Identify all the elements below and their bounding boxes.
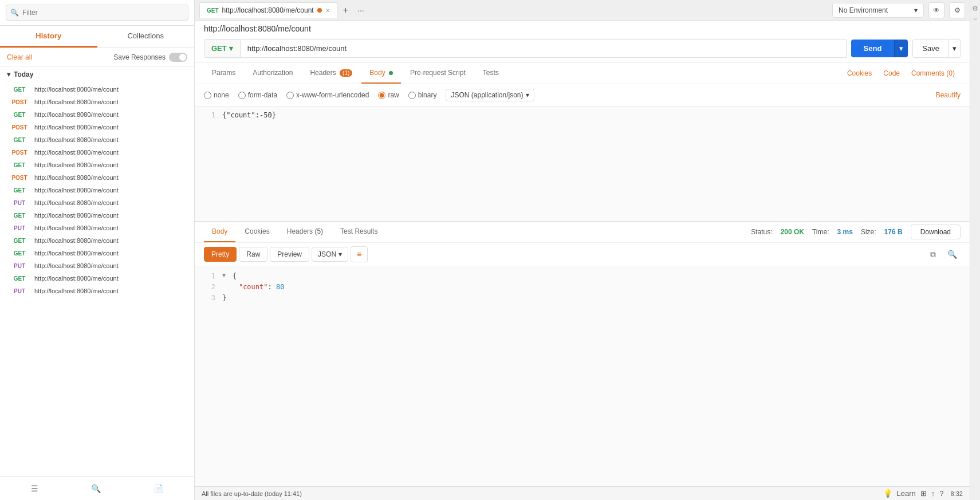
radio-urlencoded-input[interactable] [286, 92, 294, 99]
search-response-icon[interactable]: 🔍 [944, 248, 961, 261]
body-type-selector: none form-data x-www-form-urlencoded raw… [195, 84, 970, 107]
learn-label[interactable]: Learn [897, 489, 916, 498]
main-content: GET http://localhost:8080/me/count ✕ + ·… [195, 0, 970, 500]
history-item[interactable]: POST http://localhost:8080/me/count [0, 96, 194, 108]
history-item[interactable]: GET http://localhost:8080/me/count [0, 247, 194, 259]
tab-tests[interactable]: Tests [475, 63, 507, 84]
lightbulb-icon[interactable]: 💡 [883, 489, 892, 498]
request-tab[interactable]: GET http://localhost:8080/me/count ✕ [199, 2, 337, 18]
history-item[interactable]: GET http://localhost:8080/me/count [0, 108, 194, 121]
method-badge: POST [9, 149, 30, 156]
format-preview-button[interactable]: Preview [270, 247, 309, 262]
history-item[interactable]: GET http://localhost:8080/me/count [0, 159, 194, 171]
tab-prerequest[interactable]: Pre-request Script [402, 63, 474, 84]
response-format-bar: Pretty Raw Preview JSON ▾ ≡ ⧉ 🔍 [195, 243, 970, 266]
code-text: {"count":-50} [222, 111, 276, 119]
cookies-link[interactable]: Cookies [841, 64, 877, 83]
radio-raw[interactable]: raw [378, 91, 399, 99]
beautify-button[interactable]: Beautify [936, 91, 961, 99]
environment-dropdown[interactable]: No Environment ▾ [832, 3, 924, 18]
tab-headers[interactable]: Headers (1) [302, 63, 360, 84]
tab-authorization[interactable]: Authorization [245, 63, 301, 84]
radio-binary[interactable]: binary [408, 91, 437, 99]
history-item[interactable]: POST http://localhost:8080/me/count [0, 146, 194, 159]
resp-line-2: 2 "count": 80 [204, 282, 961, 293]
request-tab-right-actions: Cookies Code Comments (0) [841, 64, 961, 83]
radio-none[interactable]: none [204, 91, 229, 99]
radio-form-data[interactable]: form-data [238, 91, 277, 99]
list-icon[interactable]: ☰ [26, 482, 43, 495]
send-dropdown-button[interactable]: ▾ [894, 40, 908, 57]
grid-icon[interactable]: ⊞ [920, 489, 927, 498]
format-type-label: JSON [318, 250, 336, 258]
search-input[interactable] [6, 5, 188, 21]
history-item[interactable]: PUT http://localhost:8080/me/count [0, 222, 194, 234]
resp-open-brace: { [233, 271, 237, 282]
search-icon: 🔍 [10, 9, 19, 17]
resp-tab-cookies[interactable]: Cookies [237, 222, 277, 242]
status-bar-right: 💡 Learn ⊞ ↑ ? 8:32 [883, 489, 963, 498]
history-url: http://localhost:8080/me/count [34, 250, 119, 257]
clear-all-button[interactable]: Clear all [7, 53, 32, 61]
tab-body[interactable]: Body [361, 63, 401, 84]
download-button[interactable]: Download [911, 225, 961, 239]
radio-binary-input[interactable] [408, 92, 416, 99]
history-item[interactable]: POST http://localhost:8080/me/count [0, 121, 194, 133]
code-link[interactable]: Code [877, 64, 906, 83]
history-item[interactable]: GET http://localhost:8080/me/count [0, 234, 194, 247]
method-select[interactable]: GET ▾ [204, 39, 241, 58]
new-tab-button[interactable]: + [340, 3, 352, 18]
format-pretty-button[interactable]: Pretty [204, 247, 237, 262]
chevron-down-icon: ▾ [914, 6, 918, 14]
resp-tab-body[interactable]: Body [204, 222, 235, 242]
help-icon[interactable]: ? [939, 489, 943, 498]
history-item[interactable]: PUT http://localhost:8080/me/count [0, 196, 194, 209]
radio-form-data-input[interactable] [238, 92, 246, 99]
file-icon[interactable]: 📄 [149, 482, 168, 495]
method-badge: GET [9, 162, 30, 168]
method-badge: PUT [9, 200, 30, 206]
history-item[interactable]: POST http://localhost:8080/me/count [0, 171, 194, 184]
save-responses-toggle[interactable] [169, 53, 187, 62]
resp-tab-test-results[interactable]: Test Results [332, 222, 385, 242]
right-minus-icon[interactable]: − [973, 15, 977, 23]
history-url: http://localhost:8080/me/count [34, 149, 119, 156]
tab-history[interactable]: History [0, 26, 97, 48]
save-button[interactable]: Save [912, 39, 949, 58]
response-format-type[interactable]: JSON ▾ [312, 247, 348, 262]
right-gear-icon[interactable]: ⚙ [972, 5, 978, 13]
history-item[interactable]: GET http://localhost:8080/me/count [0, 209, 194, 222]
tab-collections[interactable]: Collections [97, 26, 195, 48]
radio-raw-input[interactable] [378, 92, 385, 99]
json-type-dropdown[interactable]: JSON (application/json) ▾ [446, 89, 534, 101]
gear-icon[interactable]: ⚙ [949, 2, 965, 18]
history-item[interactable]: PUT http://localhost:8080/me/count [0, 259, 194, 272]
history-group-header[interactable]: ▾ Today [7, 70, 187, 78]
history-item[interactable]: GET http://localhost:8080/me/count [0, 272, 194, 285]
copy-icon[interactable]: ⧉ [927, 248, 939, 261]
history-item[interactable]: GET http://localhost:8080/me/count [0, 184, 194, 196]
eye-icon[interactable]: 👁 [928, 2, 944, 18]
history-item[interactable]: GET http://localhost:8080/me/count [0, 83, 194, 96]
share-icon[interactable]: ↑ [931, 489, 935, 498]
tab-close-button[interactable]: ✕ [325, 7, 330, 14]
tab-params[interactable]: Params [204, 63, 243, 84]
status-label: Status: [751, 228, 772, 236]
request-body-editor[interactable]: 1 {"count":-50} [195, 107, 970, 221]
more-tabs-button[interactable]: ··· [354, 3, 368, 17]
format-raw-button[interactable]: Raw [239, 247, 267, 262]
history-item[interactable]: PUT http://localhost:8080/me/count [0, 285, 194, 297]
radio-urlencoded[interactable]: x-www-form-urlencoded [286, 91, 369, 99]
sidebar-actions: Clear all Save Responses [0, 48, 194, 67]
wrap-lines-button[interactable]: ≡ [351, 246, 368, 262]
radio-none-input[interactable] [204, 92, 211, 99]
method-badge: GET [9, 112, 30, 118]
send-button[interactable]: Send [851, 40, 895, 57]
history-url: http://localhost:8080/me/count [34, 212, 119, 219]
resp-tab-headers[interactable]: Headers (5) [279, 222, 331, 242]
save-dropdown-button[interactable]: ▾ [949, 39, 961, 58]
comments-link[interactable]: Comments (0) [906, 64, 961, 83]
history-item[interactable]: GET http://localhost:8080/me/count [0, 133, 194, 146]
search-icon-bottom[interactable]: 🔍 [86, 482, 105, 495]
url-input[interactable] [241, 39, 847, 58]
